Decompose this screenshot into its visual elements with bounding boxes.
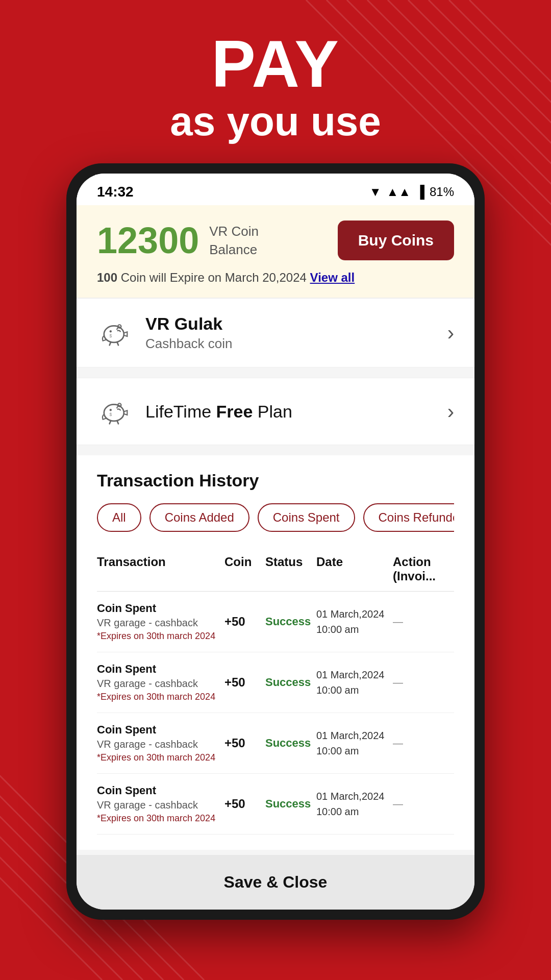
balance-section: 12300 VR Coin Balance Buy Coins 100 Coin…: [77, 205, 474, 298]
table-row: Coin Spent VR garage - cashback *Expires…: [97, 774, 454, 835]
tx-action: —: [393, 798, 454, 810]
phone-screen: 14:32 ▼ ▲▲ ▐ 81% 12300 VR Coin Balance B…: [77, 174, 474, 910]
expiry-text: Coin will Expire on March 20,2024: [121, 271, 307, 284]
pay-title: PAY: [0, 31, 551, 97]
filter-tabs: All Coins Added Coins Spent Coins Refund…: [97, 503, 454, 532]
svg-point-20: [104, 404, 123, 421]
svg-text:$: $: [109, 333, 112, 338]
lifetime-left: $ LifeTime Free Plan: [97, 394, 292, 429]
view-all-link[interactable]: View all: [310, 271, 355, 284]
tx-date: 01 March,202410:00 am: [316, 789, 393, 819]
lifetime-title: LifeTime Free Plan: [145, 402, 292, 422]
tx-info: Coin Spent VR garage - cashback *Expires…: [97, 602, 224, 642]
table-row: Coin Spent VR garage - cashback *Expires…: [97, 652, 454, 713]
tx-coin: +50: [224, 615, 265, 629]
tx-name: Coin Spent: [97, 784, 224, 797]
tx-expires: *Expires on 30th march 2024: [97, 631, 224, 642]
tx-sub: VR garage - cashback: [97, 799, 224, 811]
expiry-coin-amount: 100: [97, 271, 117, 284]
balance-amount: 12300: [97, 222, 199, 259]
tx-expires: *Expires on 30th march 2024: [97, 813, 224, 824]
lifetime-icon: $: [97, 394, 133, 429]
filter-coins-added[interactable]: Coins Added: [149, 503, 249, 532]
tx-date: 01 March,202410:00 am: [316, 667, 393, 698]
battery-percent: 81%: [430, 185, 454, 199]
gulak-title: VR Gulak: [145, 314, 233, 334]
col-action: Action(Invoi...: [393, 555, 454, 583]
transaction-section: Transaction History All Coins Added Coin…: [77, 455, 474, 850]
status-time: 14:32: [97, 184, 134, 200]
tx-info: Coin Spent VR garage - cashback *Expires…: [97, 784, 224, 824]
svg-line-18: [116, 327, 117, 329]
filter-coins-spent[interactable]: Coins Spent: [258, 503, 355, 532]
signal-icon: ▲▲: [386, 185, 411, 199]
gulak-left: $ VR Gulak Cashback coin: [97, 314, 233, 352]
svg-point-15: [104, 326, 123, 342]
tx-name: Coin Spent: [97, 663, 224, 676]
svg-point-16: [109, 330, 111, 332]
col-status: Status: [265, 555, 316, 583]
lifetime-title-normal: LifeTime: [145, 402, 216, 421]
gulak-chevron-icon: ›: [447, 322, 454, 345]
tx-status: Success: [265, 737, 316, 750]
tx-coin: +50: [224, 675, 265, 690]
buy-coins-button[interactable]: Buy Coins: [338, 220, 454, 260]
battery-icon: ▐: [416, 185, 424, 199]
balance-label: VR Coin Balance: [209, 222, 259, 259]
tx-name: Coin Spent: [97, 723, 224, 737]
status-icons: ▼ ▲▲ ▐ 81%: [369, 185, 454, 199]
tx-info: Coin Spent VR garage - cashback *Expires…: [97, 723, 224, 763]
filter-coins-refunded[interactable]: Coins Refunde...: [363, 503, 454, 532]
tx-status: Success: [265, 676, 316, 689]
tx-status: Success: [265, 615, 316, 628]
transaction-rows: Coin Spent VR garage - cashback *Expires…: [97, 592, 454, 835]
col-transaction: Transaction: [97, 555, 224, 583]
svg-text:$: $: [109, 412, 112, 417]
svg-line-23: [116, 406, 117, 408]
save-close-button[interactable]: Save & Close: [77, 855, 474, 910]
col-date: Date: [316, 555, 393, 583]
lifetime-chevron-icon: ›: [447, 400, 454, 423]
gulak-subtitle: Cashback coin: [145, 336, 233, 352]
lifetime-title-bold: Free: [216, 402, 253, 421]
balance-left: 12300 VR Coin Balance: [97, 222, 259, 259]
header-section: PAY as you use: [0, 31, 551, 146]
lifetime-title-end: Plan: [253, 402, 292, 421]
tx-action: —: [393, 738, 454, 749]
gulak-text: VR Gulak Cashback coin: [145, 314, 233, 352]
tx-expires: *Expires on 30th march 2024: [97, 692, 224, 702]
tx-date: 01 March,202410:00 am: [316, 606, 393, 637]
tx-expires: *Expires on 30th march 2024: [97, 752, 224, 763]
phone-mockup: 14:32 ▼ ▲▲ ▐ 81% 12300 VR Coin Balance B…: [66, 163, 485, 920]
svg-point-17: [117, 325, 121, 328]
status-bar: 14:32 ▼ ▲▲ ▐ 81%: [77, 174, 474, 205]
svg-point-22: [117, 403, 121, 407]
tx-date: 01 March,202410:00 am: [316, 728, 393, 758]
svg-point-21: [109, 409, 111, 411]
header-subtitle: as you use: [0, 97, 551, 146]
lifetime-plan-card[interactable]: $ LifeTime Free Plan ›: [77, 378, 474, 445]
tx-sub: VR garage - cashback: [97, 678, 224, 690]
tx-status: Success: [265, 797, 316, 811]
table-header: Transaction Coin Status Date Action(Invo…: [97, 547, 454, 592]
col-coin: Coin: [224, 555, 265, 583]
tx-coin: +50: [224, 797, 265, 811]
tx-sub: VR garage - cashback: [97, 617, 224, 629]
tx-sub: VR garage - cashback: [97, 739, 224, 750]
tx-name: Coin Spent: [97, 602, 224, 615]
expiry-row: 100 Coin will Expire on March 20,2024 Vi…: [97, 271, 454, 285]
table-row: Coin Spent VR garage - cashback *Expires…: [97, 713, 454, 774]
wifi-icon: ▼: [369, 185, 382, 199]
vr-gulak-card[interactable]: $ VR Gulak Cashback coin ›: [77, 298, 474, 368]
table-row: Coin Spent VR garage - cashback *Expires…: [97, 592, 454, 652]
tx-coin: +50: [224, 736, 265, 750]
transaction-title: Transaction History: [97, 471, 454, 491]
gulak-icon: $: [97, 315, 133, 351]
tx-action: —: [393, 677, 454, 689]
tx-info: Coin Spent VR garage - cashback *Expires…: [97, 663, 224, 702]
tx-action: —: [393, 616, 454, 628]
filter-all[interactable]: All: [97, 503, 141, 532]
